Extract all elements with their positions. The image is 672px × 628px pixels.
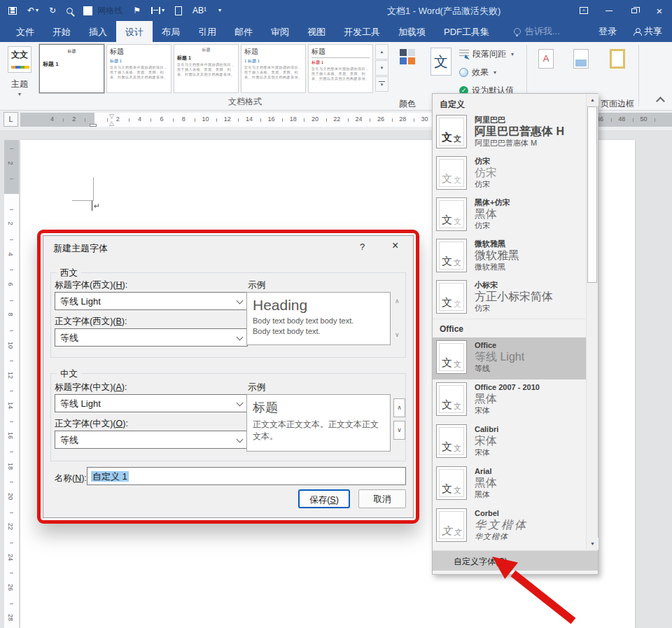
new-page-icon[interactable] — [175, 4, 182, 17]
redo-button[interactable]: ↻ — [49, 4, 56, 17]
flag-icon[interactable]: ⚑ — [133, 4, 141, 17]
sample-scroll-up-button[interactable]: ∧ — [393, 398, 405, 417]
dialog-close-button[interactable]: × — [392, 239, 398, 252]
font-theme-icon: 文文 — [436, 424, 467, 458]
qat-more-button[interactable]: ▾ — [217, 4, 221, 17]
ribbon-tab[interactable]: 引用 — [189, 21, 225, 42]
sample-scroll-down-icon[interactable]: ∨ — [395, 331, 400, 338]
tell-me-box[interactable]: 告诉我... — [514, 21, 560, 42]
page-borders-icon — [610, 49, 625, 69]
ribbon-tab[interactable]: 布局 — [153, 21, 189, 42]
margin-crop-mark — [72, 200, 94, 201]
dialog-title: 新建主题字体 — [53, 242, 108, 255]
font-theme-option[interactable]: 文文 Corbel 华文楷体 华文楷体 — [433, 505, 586, 547]
font-theme-option[interactable]: 文文 Office 等线 Light 等线 — [433, 337, 586, 379]
chinese-heading-font-select[interactable]: 等线 Light — [55, 394, 248, 412]
text-cursor — [92, 201, 92, 211]
group-separator — [638, 45, 639, 106]
font-theme-option[interactable]: 文文 仿宋 仿宋 仿宋 — [433, 153, 586, 195]
font-theme-option[interactable]: 文文 阿里巴巴 阿里巴巴普惠体 H 阿里巴巴普惠体 M — [433, 112, 586, 153]
ribbon-tab[interactable]: 邮件 — [225, 21, 262, 42]
chevron-down-icon — [237, 334, 244, 341]
collapse-ribbon-icon[interactable] — [656, 97, 665, 106]
western-body-font-select[interactable]: 等线 — [55, 328, 248, 347]
chinese-body-label: 正文字体(中文)(O): — [55, 418, 128, 430]
gallery-more-button[interactable]: ▼ — [375, 76, 388, 92]
ribbon-tab[interactable]: 设计 — [116, 21, 153, 42]
font-theme-option[interactable]: 文文 黑体+仿宋 黑体 仿宋 — [433, 195, 586, 236]
font-theme-option[interactable]: 文文 Calibri 宋体 宋体 — [433, 421, 586, 463]
paragraph-spacing-button[interactable]: 段落间距▾ — [459, 46, 514, 62]
effects-button[interactable]: 效果▾ — [459, 64, 514, 80]
share-button[interactable]: 共享 — [634, 25, 662, 38]
tab-stop-selector[interactable]: L — [4, 112, 18, 127]
doc-format-option[interactable]: 标题 标题 1 旨在与文档整体外观协调的项目，用于插入表格、页眉、页脚、列表、封… — [174, 44, 239, 93]
sign-in-button[interactable]: 登录 — [598, 25, 617, 38]
sample-scroll-up-icon[interactable]: ∧ — [395, 298, 400, 305]
word-window: ↶▾ ↻ 网格线 ⚑ ▾ AB¹ ▾ 文档1 - Word(产品激活失败) ^ … — [0, 0, 672, 628]
scrollbar-thumb[interactable] — [587, 106, 597, 283]
scroll-down-button[interactable]: ▼ — [587, 538, 598, 550]
vertical-ruler[interactable]: 2246810121416182022242628 — [4, 140, 19, 628]
tab-list: 文件开始插入设计布局引用邮件审阅视图开发工具加载项PDF工具集 — [0, 21, 498, 42]
gridlines-label: 网格线 — [97, 5, 122, 17]
font-theme-option[interactable]: 文文 小标宋 方正小标宋简体 仿宋 — [433, 277, 586, 319]
name-field[interactable]: 自定义 1 — [87, 467, 406, 485]
ribbon-tab[interactable]: 开发工具 — [335, 21, 389, 42]
ribbon-tab[interactable]: 文件 — [7, 21, 43, 42]
hanging-indent-marker[interactable]: △ — [109, 120, 114, 127]
ribbon-tab[interactable]: 审阅 — [262, 21, 298, 42]
themes-button[interactable]: 文文 主题 ▾ — [4, 45, 35, 108]
doc-format-option[interactable]: 标题 标题 1 旨在与文档整体外观协调的项目，用于插入表格、页眉、页脚、列表、封… — [106, 44, 172, 93]
close-button[interactable]: × — [647, 0, 672, 21]
panel-scrollbar[interactable]: ▲ ▼ — [586, 94, 598, 550]
save-button[interactable]: 保存(S) — [298, 489, 350, 508]
customize-fonts-button[interactable]: 自定义字体(C)... — [433, 550, 598, 571]
western-sample-label: 示例 — [248, 279, 265, 291]
save-icon[interactable] — [8, 4, 17, 17]
scroll-up-button[interactable]: ▲ — [587, 94, 598, 106]
ribbon-tab[interactable]: 插入 — [80, 21, 116, 42]
undo-button[interactable]: ↶▾ — [27, 4, 38, 17]
font-theme-icon: 文文 — [436, 197, 467, 231]
font-theme-icon: 文文 — [436, 340, 467, 374]
doc-format-option[interactable]: 标题 标题 1 — [39, 44, 104, 93]
theme-fonts-dropdown: 自定义 文文 阿里巴巴 阿里巴巴普惠体 H 阿里巴巴普惠体 M 文文 仿宋 仿宋… — [432, 93, 598, 575]
chinese-sample-label: 示例 — [248, 382, 265, 393]
chevron-down-icon — [237, 298, 244, 305]
font-theme-option[interactable]: 文文 微软雅黑 微软雅黑 微软雅黑 — [433, 236, 586, 277]
font-theme-option[interactable]: 文文 Office 2007 - 2010 黑体 宋体 — [433, 379, 586, 421]
ribbon-tab[interactable]: PDF工具集 — [435, 21, 498, 42]
page-borders-button[interactable]: 页面边框 — [599, 45, 636, 109]
western-heading-font-select[interactable]: 等线 Light — [55, 292, 248, 310]
person-icon — [634, 28, 640, 36]
ribbon-display-button[interactable]: ^ — [571, 0, 596, 21]
sample-scroll-down-button[interactable]: ∨ — [393, 421, 405, 440]
cancel-button[interactable]: 取消 — [358, 489, 406, 508]
colors-button[interactable]: 颜色 — [393, 45, 421, 109]
footnote-button[interactable]: AB¹ — [192, 4, 206, 17]
print-preview-icon[interactable] — [66, 4, 73, 17]
lightbulb-icon — [514, 28, 521, 35]
font-theme-option[interactable]: 文文 Arial 黑体 黑体 — [433, 463, 586, 505]
gallery-down-button[interactable]: ▼ — [375, 60, 388, 76]
western-sample-box: Heading Body text body text body text.Bo… — [246, 292, 391, 345]
dialog-help-button[interactable]: ? — [360, 242, 365, 252]
left-indent-marker[interactable] — [90, 124, 97, 127]
new-theme-fonts-dialog: 新建主题字体 ? × 西文 标题字体(西文)(H): 等线 Light 正文字体… — [43, 235, 414, 518]
ribbon-tab[interactable]: 开始 — [43, 21, 80, 42]
ribbon-tab[interactable]: 视图 — [298, 21, 335, 42]
chinese-body-font-select[interactable]: 等线 — [55, 431, 248, 449]
maximize-button[interactable] — [622, 0, 647, 21]
doc-format-option[interactable]: 标题 1 标题 1 旨在与文档整体外观协调的项目，用于插入表格、页眉、页脚、列表… — [241, 44, 306, 93]
ribbon-tab[interactable]: 加载项 — [389, 21, 435, 42]
gallery-up-button[interactable]: ▲ — [375, 44, 388, 60]
section-header-custom: 自定义 — [433, 94, 598, 112]
doc-format-option[interactable]: 标题 标题 1 旨在与文档整体外观协调的项目，用于插入表格、页眉、页脚、列表、封… — [308, 44, 373, 93]
chevron-down-icon — [237, 436, 244, 443]
spacing-button[interactable]: ▾ — [151, 4, 164, 17]
gridlines-toggle[interactable] — [83, 4, 92, 17]
first-line-indent-marker[interactable]: ▽ — [109, 113, 114, 120]
minimize-button[interactable] — [596, 0, 622, 21]
font-theme-icon: 文文 — [436, 115, 467, 148]
